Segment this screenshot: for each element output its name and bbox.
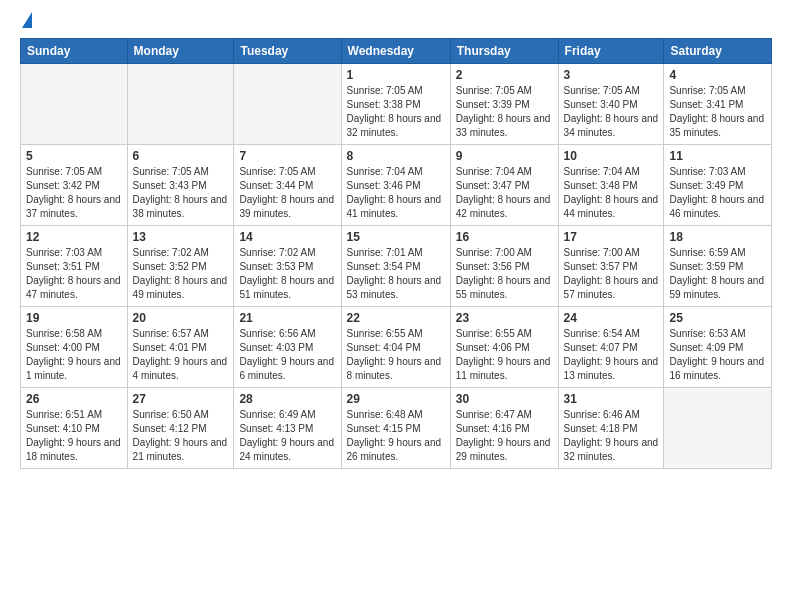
- day-number: 7: [239, 149, 335, 163]
- day-number: 3: [564, 68, 659, 82]
- calendar-cell: 20Sunrise: 6:57 AM Sunset: 4:01 PM Dayli…: [127, 307, 234, 388]
- day-info: Sunrise: 7:05 AM Sunset: 3:38 PM Dayligh…: [347, 84, 445, 140]
- day-info: Sunrise: 6:46 AM Sunset: 4:18 PM Dayligh…: [564, 408, 659, 464]
- logo: [20, 16, 32, 28]
- calendar-cell: [234, 64, 341, 145]
- calendar-cell: [664, 388, 772, 469]
- calendar-cell: 2Sunrise: 7:05 AM Sunset: 3:39 PM Daylig…: [450, 64, 558, 145]
- day-info: Sunrise: 6:55 AM Sunset: 4:04 PM Dayligh…: [347, 327, 445, 383]
- weekday-header-thursday: Thursday: [450, 39, 558, 64]
- day-info: Sunrise: 6:51 AM Sunset: 4:10 PM Dayligh…: [26, 408, 122, 464]
- weekday-header-sunday: Sunday: [21, 39, 128, 64]
- calendar-cell: 8Sunrise: 7:04 AM Sunset: 3:46 PM Daylig…: [341, 145, 450, 226]
- day-info: Sunrise: 7:03 AM Sunset: 3:51 PM Dayligh…: [26, 246, 122, 302]
- calendar-cell: 21Sunrise: 6:56 AM Sunset: 4:03 PM Dayli…: [234, 307, 341, 388]
- calendar-cell: 3Sunrise: 7:05 AM Sunset: 3:40 PM Daylig…: [558, 64, 664, 145]
- week-row-1: 1Sunrise: 7:05 AM Sunset: 3:38 PM Daylig…: [21, 64, 772, 145]
- day-info: Sunrise: 6:49 AM Sunset: 4:13 PM Dayligh…: [239, 408, 335, 464]
- calendar-cell: 16Sunrise: 7:00 AM Sunset: 3:56 PM Dayli…: [450, 226, 558, 307]
- day-number: 17: [564, 230, 659, 244]
- day-number: 12: [26, 230, 122, 244]
- calendar-cell: 23Sunrise: 6:55 AM Sunset: 4:06 PM Dayli…: [450, 307, 558, 388]
- day-number: 6: [133, 149, 229, 163]
- day-info: Sunrise: 6:58 AM Sunset: 4:00 PM Dayligh…: [26, 327, 122, 383]
- day-info: Sunrise: 6:55 AM Sunset: 4:06 PM Dayligh…: [456, 327, 553, 383]
- day-info: Sunrise: 7:04 AM Sunset: 3:47 PM Dayligh…: [456, 165, 553, 221]
- day-info: Sunrise: 7:04 AM Sunset: 3:48 PM Dayligh…: [564, 165, 659, 221]
- day-number: 23: [456, 311, 553, 325]
- day-number: 9: [456, 149, 553, 163]
- day-number: 29: [347, 392, 445, 406]
- weekday-header-tuesday: Tuesday: [234, 39, 341, 64]
- week-row-5: 26Sunrise: 6:51 AM Sunset: 4:10 PM Dayli…: [21, 388, 772, 469]
- day-info: Sunrise: 6:53 AM Sunset: 4:09 PM Dayligh…: [669, 327, 766, 383]
- calendar-cell: [127, 64, 234, 145]
- calendar-table: SundayMondayTuesdayWednesdayThursdayFrid…: [20, 38, 772, 469]
- day-info: Sunrise: 6:56 AM Sunset: 4:03 PM Dayligh…: [239, 327, 335, 383]
- calendar-cell: 29Sunrise: 6:48 AM Sunset: 4:15 PM Dayli…: [341, 388, 450, 469]
- page: SundayMondayTuesdayWednesdayThursdayFrid…: [0, 0, 792, 485]
- week-row-3: 12Sunrise: 7:03 AM Sunset: 3:51 PM Dayli…: [21, 226, 772, 307]
- day-info: Sunrise: 6:48 AM Sunset: 4:15 PM Dayligh…: [347, 408, 445, 464]
- day-info: Sunrise: 7:04 AM Sunset: 3:46 PM Dayligh…: [347, 165, 445, 221]
- calendar-cell: 28Sunrise: 6:49 AM Sunset: 4:13 PM Dayli…: [234, 388, 341, 469]
- day-number: 27: [133, 392, 229, 406]
- day-info: Sunrise: 7:02 AM Sunset: 3:53 PM Dayligh…: [239, 246, 335, 302]
- day-number: 13: [133, 230, 229, 244]
- calendar-cell: 17Sunrise: 7:00 AM Sunset: 3:57 PM Dayli…: [558, 226, 664, 307]
- day-info: Sunrise: 7:05 AM Sunset: 3:43 PM Dayligh…: [133, 165, 229, 221]
- day-number: 24: [564, 311, 659, 325]
- day-info: Sunrise: 6:47 AM Sunset: 4:16 PM Dayligh…: [456, 408, 553, 464]
- day-number: 15: [347, 230, 445, 244]
- day-number: 30: [456, 392, 553, 406]
- calendar-cell: 26Sunrise: 6:51 AM Sunset: 4:10 PM Dayli…: [21, 388, 128, 469]
- day-number: 11: [669, 149, 766, 163]
- calendar-cell: 12Sunrise: 7:03 AM Sunset: 3:51 PM Dayli…: [21, 226, 128, 307]
- calendar-cell: 14Sunrise: 7:02 AM Sunset: 3:53 PM Dayli…: [234, 226, 341, 307]
- day-info: Sunrise: 6:57 AM Sunset: 4:01 PM Dayligh…: [133, 327, 229, 383]
- day-info: Sunrise: 7:00 AM Sunset: 3:56 PM Dayligh…: [456, 246, 553, 302]
- day-number: 16: [456, 230, 553, 244]
- day-info: Sunrise: 6:50 AM Sunset: 4:12 PM Dayligh…: [133, 408, 229, 464]
- week-row-4: 19Sunrise: 6:58 AM Sunset: 4:00 PM Dayli…: [21, 307, 772, 388]
- day-number: 25: [669, 311, 766, 325]
- day-number: 10: [564, 149, 659, 163]
- day-number: 19: [26, 311, 122, 325]
- calendar-cell: 30Sunrise: 6:47 AM Sunset: 4:16 PM Dayli…: [450, 388, 558, 469]
- calendar-cell: 31Sunrise: 6:46 AM Sunset: 4:18 PM Dayli…: [558, 388, 664, 469]
- day-number: 28: [239, 392, 335, 406]
- day-info: Sunrise: 7:05 AM Sunset: 3:39 PM Dayligh…: [456, 84, 553, 140]
- day-number: 2: [456, 68, 553, 82]
- day-number: 26: [26, 392, 122, 406]
- day-info: Sunrise: 7:05 AM Sunset: 3:42 PM Dayligh…: [26, 165, 122, 221]
- day-number: 4: [669, 68, 766, 82]
- calendar-cell: 15Sunrise: 7:01 AM Sunset: 3:54 PM Dayli…: [341, 226, 450, 307]
- calendar-cell: [21, 64, 128, 145]
- day-number: 31: [564, 392, 659, 406]
- calendar-cell: 13Sunrise: 7:02 AM Sunset: 3:52 PM Dayli…: [127, 226, 234, 307]
- header: [20, 16, 772, 28]
- calendar-cell: 11Sunrise: 7:03 AM Sunset: 3:49 PM Dayli…: [664, 145, 772, 226]
- day-info: Sunrise: 7:00 AM Sunset: 3:57 PM Dayligh…: [564, 246, 659, 302]
- calendar-cell: 18Sunrise: 6:59 AM Sunset: 3:59 PM Dayli…: [664, 226, 772, 307]
- day-number: 22: [347, 311, 445, 325]
- calendar-cell: 6Sunrise: 7:05 AM Sunset: 3:43 PM Daylig…: [127, 145, 234, 226]
- day-info: Sunrise: 6:54 AM Sunset: 4:07 PM Dayligh…: [564, 327, 659, 383]
- day-number: 1: [347, 68, 445, 82]
- weekday-header-saturday: Saturday: [664, 39, 772, 64]
- calendar-cell: 25Sunrise: 6:53 AM Sunset: 4:09 PM Dayli…: [664, 307, 772, 388]
- day-info: Sunrise: 7:05 AM Sunset: 3:41 PM Dayligh…: [669, 84, 766, 140]
- calendar-cell: 19Sunrise: 6:58 AM Sunset: 4:00 PM Dayli…: [21, 307, 128, 388]
- day-info: Sunrise: 7:03 AM Sunset: 3:49 PM Dayligh…: [669, 165, 766, 221]
- day-number: 5: [26, 149, 122, 163]
- calendar-cell: 4Sunrise: 7:05 AM Sunset: 3:41 PM Daylig…: [664, 64, 772, 145]
- day-info: Sunrise: 6:59 AM Sunset: 3:59 PM Dayligh…: [669, 246, 766, 302]
- day-info: Sunrise: 7:05 AM Sunset: 3:40 PM Dayligh…: [564, 84, 659, 140]
- calendar-cell: 7Sunrise: 7:05 AM Sunset: 3:44 PM Daylig…: [234, 145, 341, 226]
- weekday-header-friday: Friday: [558, 39, 664, 64]
- day-number: 18: [669, 230, 766, 244]
- day-number: 14: [239, 230, 335, 244]
- logo-triangle-icon: [22, 12, 32, 28]
- day-info: Sunrise: 7:02 AM Sunset: 3:52 PM Dayligh…: [133, 246, 229, 302]
- weekday-header-row: SundayMondayTuesdayWednesdayThursdayFrid…: [21, 39, 772, 64]
